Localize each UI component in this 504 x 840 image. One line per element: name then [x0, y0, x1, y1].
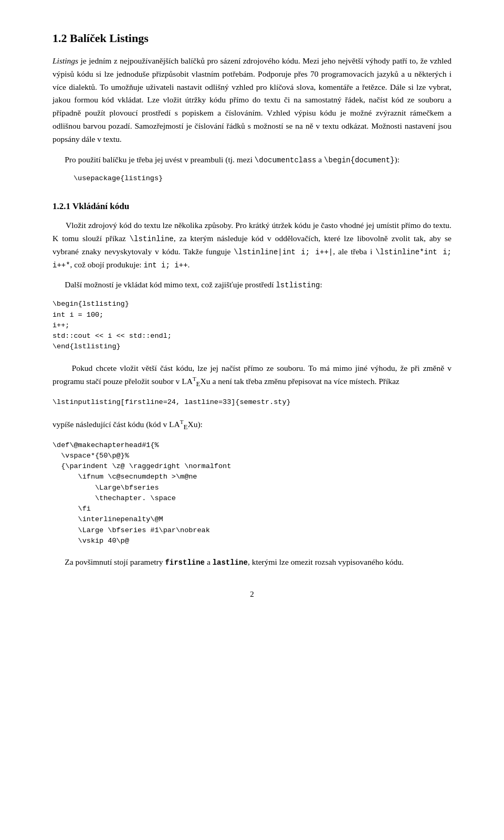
- sub-para1-text: Vložit zdrojový kód do textu lze několik…: [52, 221, 452, 268]
- sub-para4-text: vypíše následující část kódu (kód v LATE…: [52, 420, 203, 429]
- sub-paragraph-2: Další možností je vkládat kód mimo text,…: [52, 278, 452, 292]
- lstlisting-env-name: lstlisting: [276, 281, 320, 289]
- intro-para2-prefix: Pro použití balíčku je třeba jej uvést v…: [52, 155, 255, 164]
- intro-para2-and: a: [316, 155, 324, 164]
- intro-paragraph-2: Pro použití balíčku je třeba jej uvést v…: [52, 153, 452, 167]
- firstline-param: firstline: [165, 558, 205, 567]
- sub-paragraph-1: Vložit zdrojový kód do textu lze několik…: [52, 219, 452, 271]
- intro-para2-code1: \documentclass: [255, 156, 317, 164]
- sub-para3-text: Pokud chcete vložit větší část kódu, lze…: [52, 364, 452, 386]
- usepackage-code-block: \usepackage{listings}: [74, 173, 452, 184]
- lastline-param: lastline: [213, 558, 248, 567]
- usepackage-code: \usepackage{listings}: [74, 174, 163, 182]
- sub-paragraph-3: Pokud chcete vložit větší část kódu, lze…: [52, 362, 452, 390]
- intro-paragraph-1: Listings je jedním z nejpoužívanějších b…: [52, 55, 452, 146]
- lstlisting-code-block: \begin{lstlisting} int i = 100; i++; std…: [52, 299, 452, 352]
- section-title: 1.2 Balíček Listings: [52, 32, 452, 45]
- lstinline-cmd: \lstinline: [130, 235, 174, 243]
- page-number: 2: [52, 590, 452, 599]
- intro-para2-code2: \begin{document}: [324, 156, 394, 164]
- closing-paragraph: Za povšimnutí stojí parametry firstline …: [52, 556, 452, 569]
- sub-para2-text: Další možností je vkládat kód mimo text,…: [52, 280, 322, 289]
- intro-para2-suffix: ):: [395, 155, 400, 164]
- def-code-block: \def\@makechapterhead#1{% \vspace*{50\p@…: [52, 440, 452, 547]
- lstinputlisting-code-block: \lstinputlisting[firstline=24, lastline=…: [52, 397, 452, 408]
- lstlisting-code: \begin{lstlisting} int i = 100; i++; std…: [52, 300, 172, 350]
- subsection-title: 1.2.1 Vkládání kódu: [52, 201, 452, 212]
- sub-paragraph-4: vypíše následující část kódu (kód v LATE…: [52, 418, 452, 433]
- page: 1.2 Balíček Listings Listings je jedním …: [0, 0, 504, 840]
- lstinputlisting-code: \lstinputlisting[firstline=24, lastline=…: [52, 398, 291, 406]
- code-example-1: \lstinline|int i; i++|: [234, 248, 333, 256]
- code-result: int i; i++: [144, 261, 188, 269]
- section-content: Listings je jedním z nejpoužívanějších b…: [52, 55, 452, 569]
- listings-italic: Listings: [52, 56, 78, 65]
- closing-text: Za povšimnutí stojí parametry firstline …: [52, 557, 404, 566]
- intro-text-1: je jedním z nejpoužívanějších balíčků pr…: [52, 56, 452, 143]
